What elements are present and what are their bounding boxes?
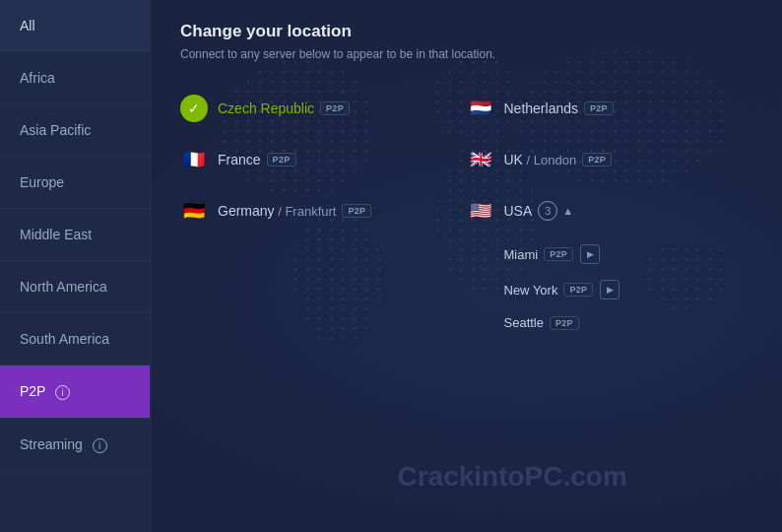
server-czech-republic[interactable]: ✓ Czech Republic P2P (180, 83, 467, 134)
sidebar-item-p2p[interactable]: P2P i (0, 366, 150, 419)
usa-cities: Miami P2P ▶ New York P2P ▶ Seattle P2P (467, 236, 753, 338)
server-usa-section: 🇺🇸 USA 3 ▲ Miami P2P ▶ New York P2P (467, 185, 753, 338)
p2p-badge-seattle: P2P (550, 316, 579, 330)
sidebar-item-south-america[interactable]: South America (0, 313, 150, 366)
play-icon-miami[interactable]: ▶ (580, 244, 600, 264)
p2p-badge-czech: P2P (320, 101, 350, 115)
city-name-miami: Miami (504, 247, 539, 262)
p2p-badge-uk: P2P (582, 153, 612, 166)
server-name-czech: Czech Republic (218, 100, 314, 116)
sidebar-item-north-america[interactable]: North America (0, 261, 150, 313)
city-newyork[interactable]: New York P2P ▶ (504, 272, 753, 307)
sidebar: All Africa Asia Pacific Europe Middle Ea… (0, 0, 151, 532)
sidebar-item-label: Asia Pacific (20, 122, 91, 138)
left-column: ✓ Czech Republic P2P 🇫🇷 France P2P 🇩🇪 Ge… (180, 83, 467, 338)
sidebar-item-middle-east[interactable]: Middle East (0, 209, 150, 261)
sidebar-item-label: Middle East (20, 227, 92, 242)
usa-city-count: 3 (538, 201, 557, 221)
server-uk[interactable]: 🇬🇧 UK / London P2P (467, 134, 753, 185)
main-content: Change your location Connect to any serv… (151, 0, 782, 532)
server-grid: ✓ Czech Republic P2P 🇫🇷 France P2P 🇩🇪 Ge… (180, 83, 752, 338)
city-miami[interactable]: Miami P2P ▶ (504, 236, 753, 272)
sidebar-item-label: Africa (20, 70, 55, 86)
chevron-up-icon: ▲ (562, 205, 573, 217)
play-icon-newyork[interactable]: ▶ (600, 280, 619, 299)
streaming-info-icon[interactable]: i (93, 438, 107, 453)
server-france[interactable]: 🇫🇷 France P2P (180, 134, 467, 185)
page-title: Change your location (180, 22, 752, 41)
page-subtitle: Connect to any server below to appear to… (180, 47, 752, 61)
server-name-france: France (218, 152, 261, 167)
sidebar-item-europe[interactable]: Europe (0, 157, 150, 209)
server-sub-germany: / Frankfurt (275, 204, 337, 219)
sidebar-item-label: All (20, 18, 35, 33)
city-seattle[interactable]: Seattle P2P (504, 307, 753, 338)
server-netherlands[interactable]: 🇳🇱 Netherlands P2P (467, 83, 753, 134)
p2p-badge-miami: P2P (544, 247, 573, 261)
sidebar-item-label: Europe (20, 174, 64, 190)
city-name-seattle: Seattle (504, 315, 544, 330)
city-name-newyork: New York (504, 283, 558, 298)
flag-uk: 🇬🇧 (467, 146, 494, 173)
sidebar-item-label: South America (20, 331, 109, 347)
right-column: 🇳🇱 Netherlands P2P 🇬🇧 UK / London P2P 🇺🇸… (467, 83, 753, 338)
sidebar-item-all[interactable]: All (0, 0, 150, 52)
server-name-usa: USA (504, 203, 533, 219)
p2p-badge-netherlands: P2P (584, 101, 614, 115)
server-name-netherlands: Netherlands (504, 100, 579, 116)
sidebar-item-asia-pacific[interactable]: Asia Pacific (0, 104, 150, 157)
flag-usa: 🇺🇸 (467, 197, 494, 225)
sidebar-item-streaming[interactable]: Streaming i (0, 419, 150, 472)
sidebar-item-africa[interactable]: Africa (0, 52, 150, 104)
flag-netherlands: 🇳🇱 (467, 95, 494, 122)
server-name-germany: Germany (218, 203, 275, 219)
watermark: CrackintoPC.com (397, 461, 626, 493)
p2p-info-icon[interactable]: i (55, 385, 70, 400)
server-name-uk: UK (504, 152, 523, 167)
server-germany[interactable]: 🇩🇪 Germany / Frankfurt P2P (180, 185, 467, 236)
flag-germany: 🇩🇪 (180, 197, 208, 225)
p2p-badge-germany: P2P (342, 204, 371, 218)
sidebar-item-label: P2P (20, 383, 45, 399)
p2p-badge-france: P2P (267, 153, 296, 166)
flag-france: 🇫🇷 (180, 146, 208, 173)
server-usa-row[interactable]: 🇺🇸 USA 3 ▲ (467, 185, 753, 236)
active-check-badge: ✓ (180, 95, 208, 122)
sidebar-item-label: Streaming (20, 436, 83, 452)
p2p-badge-newyork: P2P (563, 283, 593, 297)
sidebar-item-label: North America (20, 279, 107, 295)
server-sub-uk: / London (523, 153, 576, 167)
